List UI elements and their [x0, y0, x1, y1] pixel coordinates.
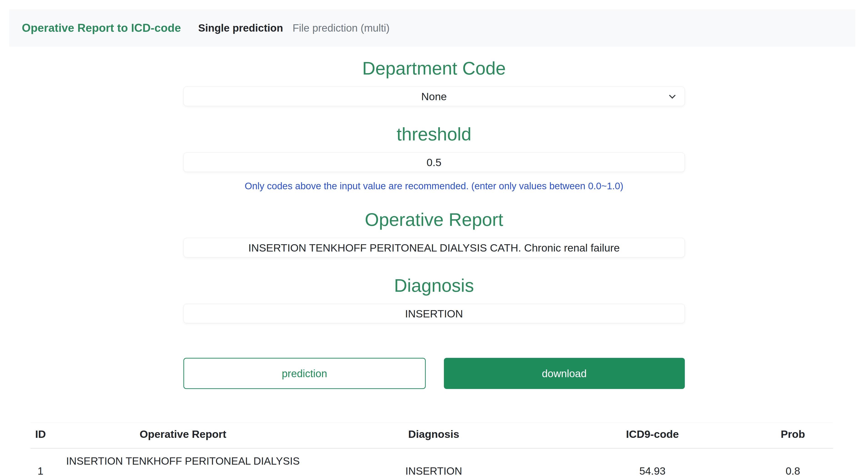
cell-prob: 0.8	[753, 448, 833, 476]
chevron-down-icon	[667, 91, 677, 101]
tab-single-prediction[interactable]: Single prediction	[198, 22, 283, 34]
department-select-value: None	[421, 90, 446, 103]
diagnosis-input[interactable]	[183, 304, 685, 323]
column-header-id: ID	[30, 423, 51, 448]
column-header-prob: Prob	[753, 423, 833, 448]
cell-diagnosis: INSERTION	[315, 448, 552, 476]
column-header-icd9-code: ICD9-code	[552, 423, 753, 448]
column-header-diagnosis: Diagnosis	[315, 423, 552, 448]
navbar: Operative Report to ICD-code Single pred…	[9, 9, 855, 46]
main-content: Department Code None threshold Only code…	[183, 58, 685, 389]
threshold-input[interactable]	[183, 153, 685, 172]
diagnosis-heading: Diagnosis	[183, 275, 685, 296]
operative-report-heading: Operative Report	[183, 209, 685, 230]
department-code-heading: Department Code	[183, 58, 685, 79]
download-button[interactable]: download	[444, 358, 685, 389]
nav-tabs: Single prediction File prediction (multi…	[198, 22, 390, 34]
results-table-container: ID Operative Report Diagnosis ICD9-code …	[30, 423, 868, 476]
table-row: 1 INSERTION TENKHOFF PERITONEAL DIALYSIS…	[30, 448, 833, 476]
cell-id: 1	[30, 448, 51, 476]
threshold-note: Only codes above the input value are rec…	[183, 181, 685, 192]
table-header-row: ID Operative Report Diagnosis ICD9-code …	[30, 423, 833, 448]
department-select[interactable]: None	[183, 87, 685, 106]
tab-file-prediction[interactable]: File prediction (multi)	[292, 22, 390, 34]
results-table: ID Operative Report Diagnosis ICD9-code …	[30, 423, 833, 476]
cell-icd9-code: 54.93	[552, 448, 753, 476]
prediction-button[interactable]: prediction	[183, 358, 426, 389]
cell-operative-report: INSERTION TENKHOFF PERITONEAL DIALYSIS C…	[51, 448, 315, 476]
action-buttons: prediction download	[183, 358, 685, 389]
threshold-heading: threshold	[183, 124, 685, 145]
operative-report-input[interactable]	[183, 238, 685, 257]
column-header-operative-report: Operative Report	[51, 423, 315, 448]
app-title: Operative Report to ICD-code	[22, 21, 181, 35]
